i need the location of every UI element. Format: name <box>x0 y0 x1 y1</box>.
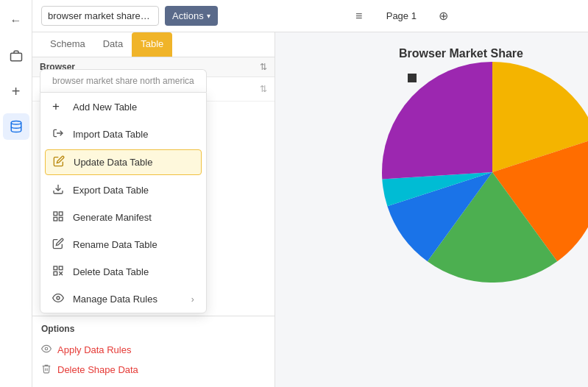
dropdown-menu: + Add New Table Import Data Table Up <box>40 92 207 313</box>
add-page-icon[interactable]: ⊕ <box>434 7 453 26</box>
topbar: browser market share nort... Actions ▾ ≡… <box>32 0 588 32</box>
delete-shape-data-label: Delete Shape Data <box>57 364 138 375</box>
rename-icon <box>52 238 65 252</box>
sidebar: ← + <box>0 0 32 387</box>
row-sort-icon: ⇅ <box>260 84 267 94</box>
dropdown-export-data-table[interactable]: Export Data Table <box>40 177 206 204</box>
options-title: Options <box>41 324 266 334</box>
svg-rect-7 <box>54 217 57 221</box>
chart-area: Browser Market Share <box>275 32 588 387</box>
plus-icon[interactable]: + <box>3 78 29 104</box>
page-tabs: ≡ Page 1 ⊕ <box>224 7 579 26</box>
actions-chevron-icon: ▾ <box>207 12 210 20</box>
dropdown-overlay: browser market share north america + Add… <box>40 69 207 313</box>
dropdown-rename-data-table[interactable]: Rename Data Table <box>40 231 206 258</box>
svg-rect-4 <box>54 212 57 216</box>
svg-rect-5 <box>59 212 63 216</box>
tab-schema[interactable]: Schema <box>41 32 94 57</box>
pie-chart-container: 3% 3% 4% <box>382 62 588 283</box>
eye-option-icon <box>41 344 52 356</box>
dropdown-import-data-table[interactable]: Import Data Table <box>40 121 206 148</box>
main-area: browser market share nort... Actions ▾ ≡… <box>32 0 588 387</box>
trash-option-icon <box>41 363 52 376</box>
right-panel: Browser Market Share <box>275 32 588 387</box>
svg-point-13 <box>57 297 60 299</box>
search-input[interactable]: browser market share nort... <box>41 6 159 26</box>
dropdown-manage-data-rules[interactable]: Manage Data Rules › <box>40 285 206 313</box>
tab-data[interactable]: Data <box>94 32 132 57</box>
arrow-right-icon: › <box>191 294 194 305</box>
tabs-row: Schema Data Table <box>32 32 274 57</box>
apply-data-rules-label: Apply Data Rules <box>57 344 131 355</box>
actions-button[interactable]: Actions ▾ <box>165 6 218 26</box>
plus-icon: + <box>52 99 65 114</box>
apply-data-rules-option[interactable]: Apply Data Rules <box>41 340 266 360</box>
delete-shape-data-option[interactable]: Delete Shape Data <box>41 360 266 380</box>
dropdown-title: browser market share north america <box>40 69 207 92</box>
import-icon <box>52 127 65 141</box>
eye-icon <box>52 292 65 306</box>
options-section: Options Apply Data Rules Delete Shape Da… <box>32 316 274 387</box>
dropdown-add-new-table[interactable]: + Add New Table <box>40 93 206 121</box>
svg-rect-6 <box>59 217 63 221</box>
tab-table[interactable]: Table <box>132 32 172 57</box>
database-icon[interactable] <box>3 113 29 140</box>
dropdown-delete-data-table[interactable]: Delete Data Table <box>40 258 206 285</box>
svg-point-14 <box>45 347 48 350</box>
svg-point-1 <box>11 121 21 125</box>
export-icon <box>52 183 65 197</box>
page-1-tab[interactable]: Page 1 <box>380 7 422 24</box>
update-icon <box>53 155 66 169</box>
manifest-icon <box>52 210 65 224</box>
sort-icon[interactable]: ⇅ <box>260 62 267 72</box>
search-input-wrap: browser market share nort... <box>41 6 159 26</box>
svg-rect-12 <box>54 271 57 275</box>
dropdown-generate-manifest[interactable]: Generate Manifest <box>40 204 206 231</box>
briefcase-icon[interactable] <box>3 43 29 69</box>
svg-rect-0 <box>10 53 21 61</box>
delete-table-icon <box>52 265 65 279</box>
dropdown-update-data-table[interactable]: Update Data Table <box>45 149 202 175</box>
svg-rect-9 <box>59 266 63 270</box>
left-panel: Schema Data Table Browser ⇅ ✔ Browser Ma… <box>32 32 275 387</box>
page-list-icon[interactable]: ≡ <box>350 7 369 26</box>
content-area: Schema Data Table Browser ⇅ ✔ Browser Ma… <box>32 32 588 387</box>
chart-title: Browser Market Share <box>334 32 588 60</box>
pie-chart <box>382 62 588 283</box>
actions-label: Actions <box>172 10 204 21</box>
svg-rect-8 <box>54 266 57 270</box>
back-arrow-icon[interactable]: ← <box>3 7 29 34</box>
